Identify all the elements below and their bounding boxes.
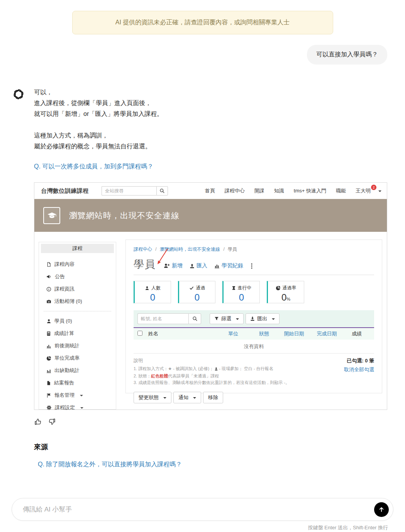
nav-item-open-course[interactable]: 開課 [254, 187, 264, 194]
notes-row: 說明 1. 課程加入方式：★ - 被調訓加入 (必修)；- 現場參加； 空白 -… [134, 357, 374, 386]
notify-button[interactable]: 通知 [173, 392, 201, 403]
students-title-row: 學員 新增 匯入 學習紀錄 [134, 257, 374, 271]
graduation-cap-icon [47, 210, 57, 221]
assistant-message-content: 可以， 進入課程後，從側欄「學員」進入頁面後， 就可以用「新增」or「匯入」將學… [34, 87, 387, 469]
sidebar-item-grade-calculation[interactable]: 成績計算 [39, 327, 116, 340]
pie-chart-icon [46, 356, 51, 361]
column-unit[interactable]: 單位 [216, 330, 251, 337]
sidebar-divider [44, 311, 111, 311]
course-sidebar: 課程 課程內容 公告 課程資訊 活動相簿 ( [39, 242, 116, 410]
message-input[interactable] [23, 506, 374, 513]
learning-records-button[interactable]: 學習紀錄 [214, 262, 243, 269]
site-title[interactable]: 台灣數位訓練課程 [41, 187, 89, 195]
thumbs-down-icon [48, 418, 56, 426]
change-status-button[interactable]: 變更狀態 [134, 392, 171, 403]
column-status[interactable]: 狀態 [251, 330, 278, 337]
thumbs-up-button[interactable] [34, 418, 42, 427]
selection-summary: 已勾選: 0 筆 取消全部勾選 [312, 357, 374, 386]
assistant-avatar [12, 87, 25, 101]
sidebar-item-attendance-stats[interactable]: 出缺勤統計 [39, 364, 116, 377]
chevron-down-icon [163, 397, 166, 399]
arrow-up-icon [378, 506, 385, 513]
remove-button[interactable]: 移除 [203, 392, 223, 403]
sidebar-item-registration-management[interactable]: 報名管理 [39, 389, 116, 401]
chevron-down-icon [80, 407, 83, 409]
empty-table-message: 沒有資料 [134, 340, 374, 354]
site-nav: 首頁 課程中心 開課 知識 tms+ 快速入門 職能 王大明 2 [205, 187, 381, 194]
nav-item-home[interactable]: 首頁 [205, 187, 215, 194]
sidebar-item-course-settings[interactable]: 課程設定 [39, 401, 116, 414]
person-icon [46, 319, 51, 324]
gear-icon [46, 405, 52, 410]
stat-value: 0% [268, 292, 304, 303]
column-name: 姓名 [148, 330, 216, 337]
filter-row: 篩選 匯出 [134, 310, 374, 327]
students-table-block: 篩選 匯出 [134, 310, 374, 354]
thumbs-down-button[interactable] [48, 418, 56, 427]
chevron-down-icon [80, 395, 83, 396]
message-input-bar [12, 498, 393, 521]
title-divider [134, 275, 374, 275]
breadcrumb-course-center[interactable]: 課程中心 [134, 246, 152, 252]
person-plus-icon [164, 263, 170, 269]
filter-button[interactable]: 篩選 [210, 313, 244, 324]
sidebar-item-course-info[interactable]: 課程資訊 [39, 283, 116, 295]
student-search-input[interactable] [137, 313, 188, 324]
course-banner: 瀏覽網站時，出現不安全連線 [34, 199, 387, 232]
sidebar-header: 課程 [41, 244, 114, 253]
export-button[interactable]: 匯出 [246, 313, 280, 324]
nav-item-course-center[interactable]: 課程中心 [225, 187, 245, 194]
sidebar-item-students[interactable]: 學員 (0) [39, 315, 116, 327]
hourglass-icon [232, 286, 236, 291]
sidebar-item-pre-post-test-stats[interactable]: 前後測統計 [39, 340, 116, 352]
bar-chart-icon [46, 343, 51, 348]
notes: 說明 1. 課程加入方式：★ - 被調訓加入 (必修)；- 現場參加； 空白 -… [134, 357, 312, 386]
nav-user-menu[interactable]: 王大明 2 [356, 187, 381, 194]
chevron-down-icon [236, 318, 239, 320]
sidebar-item-final-report[interactable]: 結案報告 [39, 377, 116, 389]
sidebar-item-unit-completion[interactable]: 單位完成率 [39, 352, 116, 364]
select-all-checkbox[interactable] [137, 331, 142, 336]
selected-count: 已勾選: 0 筆 [312, 357, 374, 364]
search-icon [159, 188, 165, 194]
chevron-down-icon [378, 190, 381, 192]
column-start-date[interactable]: 開始日期 [278, 330, 310, 337]
stat-value: 0 [179, 292, 215, 303]
import-students-button[interactable]: 匯入 [190, 262, 207, 269]
notification-badge: 2 [371, 185, 376, 190]
more-actions-button[interactable] [251, 263, 252, 269]
funnel-icon [214, 316, 219, 321]
flag-icon [46, 393, 51, 398]
stat-value: 0 [224, 292, 259, 303]
nav-item-quickstart[interactable]: tms+ 快速入門 [294, 187, 326, 194]
sidebar-item-course-content[interactable]: 課程內容 [39, 258, 116, 270]
clear-selection-link[interactable]: 取消全部勾選 [312, 366, 374, 373]
stats-row: 人數 0 通過 0 [134, 281, 374, 303]
feedback-row [34, 418, 387, 427]
assistant-text-line: 進入課程後，從側欄「學員」進入頁面後， [34, 98, 387, 109]
breadcrumb-course-name[interactable]: 瀏覽網站時，出現不安全連線 [160, 246, 220, 252]
nav-item-competency[interactable]: 職能 [336, 187, 346, 194]
sidebar-item-announcements[interactable]: 公告 [39, 270, 116, 283]
site-search-input[interactable] [102, 186, 156, 195]
breadcrumb: 課程中心 / 瀏覽網站時，出現不安全連線 / 學員 [134, 246, 374, 253]
assistant-paragraph: 可以， 進入課程後，從側欄「學員」進入頁面後， 就可以用「新增」or「匯入」將學… [34, 87, 387, 119]
sidebar-item-photo-album[interactable]: 活動相簿 (0) [39, 295, 116, 308]
column-complete-date[interactable]: 完成日期 [310, 330, 343, 337]
search-icon [192, 316, 198, 321]
assistant-text-line: 這種加入方式，稱為調訓， [34, 130, 387, 141]
source-question-link[interactable]: Q. 除了開放報名之外，可以直接將學員加入課程嗎？ [34, 461, 387, 469]
calculator-icon [46, 331, 51, 336]
note-line-1: 1. 課程加入方式：★ - 被調訓加入 (必修)；- 現場參加； 空白 - 自行… [134, 365, 312, 373]
related-question-link[interactable]: Q. 可以一次將多位成員，加到多門課程嗎？ [34, 163, 153, 171]
camera-icon [46, 299, 51, 304]
send-button[interactable] [374, 502, 389, 517]
student-search-button[interactable] [188, 313, 201, 324]
report-file-icon [46, 381, 51, 386]
add-student-button[interactable]: 新增 [164, 262, 183, 269]
user-name: 王大明 [356, 187, 371, 194]
assistant-text-line: 可以， [34, 87, 387, 98]
nav-item-knowledge[interactable]: 知識 [274, 187, 284, 194]
site-search-button[interactable] [156, 186, 168, 195]
download-icon [250, 316, 255, 321]
